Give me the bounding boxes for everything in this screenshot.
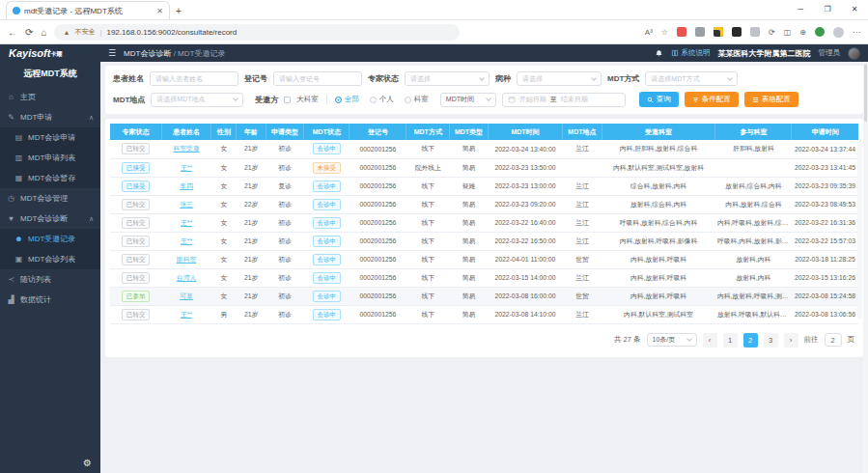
time-field-select[interactable]: MDT时间 (440, 93, 496, 107)
table-row[interactable]: 已转交 王** 女 21岁 初诊 会诊中 0002001256 线下 简易 20… (110, 232, 858, 250)
back-icon[interactable]: ← (8, 27, 17, 38)
patient-name-link[interactable]: 李四 (180, 182, 193, 189)
window-maximize-button[interactable]: ❐ (814, 0, 841, 19)
table-row[interactable]: 已转交 台湾人 女 21岁 初诊 会诊中 0002001256 线下 简易 20… (110, 268, 858, 287)
radio-all[interactable]: 全部 (335, 95, 359, 104)
radio-icon (335, 97, 342, 103)
mdt-mode-select[interactable]: 请选择MDT方式 (645, 71, 738, 86)
table-config-button[interactable]: 表格配置 (744, 92, 798, 107)
patient-name-link[interactable]: 可基 (180, 292, 193, 299)
window-close-button[interactable]: ✕ (841, 0, 868, 19)
profile-avatar-icon[interactable] (833, 27, 844, 38)
patient-name-link[interactable]: 张三 (180, 201, 193, 208)
table-row[interactable]: 已接受 李四 女 21岁 复诊 会诊中 0002001256 线下 疑难 202… (110, 177, 858, 195)
radio-icon (405, 97, 411, 103)
system-note-link[interactable]: 系统说明 (671, 48, 711, 58)
sidebar-item-statistics[interactable]: ▟ 数据统计 (0, 290, 100, 310)
bell-icon[interactable] (655, 49, 663, 58)
extension-icon[interactable] (732, 27, 742, 37)
split-screen-icon[interactable]: ◫ (784, 28, 792, 37)
patient-name-input[interactable] (155, 75, 233, 82)
table-row[interactable]: 已参加 可基 女 21岁 初诊 会诊中 0002001256 线下 简易 202… (110, 287, 858, 305)
sidebar-item-mdt-consult-list[interactable]: ▣ MDT会诊列表 (0, 249, 100, 269)
gear-icon[interactable]: ⚙ (83, 458, 92, 468)
read-aloud-icon[interactable]: A³ (645, 28, 653, 37)
favorite-star-icon[interactable]: ☆ (661, 28, 668, 37)
page-button-1[interactable]: 1 (723, 333, 738, 348)
patient-name-link[interactable]: 台湾人 (177, 274, 196, 281)
table-scrollbar[interactable] (857, 140, 862, 319)
expert-status-select[interactable]: 请选择 (405, 71, 490, 86)
patient-name-link[interactable]: 王** (181, 164, 192, 171)
page-button-2[interactable]: 2 (743, 333, 758, 348)
table-row[interactable]: 已转交 张三 女 22岁 初诊 会诊中 0002001256 线下 简易 202… (110, 195, 858, 213)
sidebar-item-followup-list[interactable]: ≺ 随访列表 (0, 269, 100, 290)
breadcrumb-separator: / (174, 49, 176, 58)
sidebar-item-mdt-diagnose[interactable]: ♥ MDT会诊诊断 ∧ (0, 209, 100, 229)
disease-select[interactable]: 请选择 (517, 71, 602, 86)
mdt-type-cell: 简易 (450, 195, 489, 213)
page-scrollbar[interactable] (863, 62, 868, 473)
refresh-icon[interactable]: ⟳ (25, 27, 33, 38)
sidebar-item-mdt-manage[interactable]: ◷ MDT会诊管理 (0, 188, 100, 209)
radio-dept[interactable]: 科室 (405, 95, 429, 104)
search-button[interactable]: 查询 (639, 92, 679, 107)
patient-name-link[interactable]: 眼科室 (177, 256, 196, 263)
table-row[interactable]: 已转交 王** 女 21岁 初诊 会诊中 0002001256 线下 简易 20… (110, 213, 858, 232)
sidebar-item-mdt-invited-records[interactable]: ☻ MDT受邀记录 (0, 229, 100, 249)
joined-depts-cell: 肝胆科,放射科 (715, 140, 792, 158)
browser-refresh-icon[interactable]: ⟳ (769, 28, 775, 37)
apply-time-cell: 2022-03-18 11:28:25 (792, 250, 858, 268)
mdt-location-select[interactable]: 请选择MDT地点 (151, 93, 243, 107)
big-dept-checkbox[interactable] (284, 97, 291, 103)
table-row[interactable]: 已转交 眼科室 女 21岁 初诊 会诊中 0002001256 线下 简易 20… (110, 250, 858, 268)
window-minimize-button[interactable]: ─ (787, 0, 814, 19)
mdt-status-badge: 会诊中 (313, 291, 342, 302)
patient-name-link[interactable]: 王** (181, 237, 192, 244)
condition-config-button[interactable]: 条件配置 (685, 92, 739, 107)
age-cell: 21岁 (237, 158, 266, 177)
sidebar-item-home[interactable]: ⌂ 主页 (0, 87, 100, 107)
patient-name-link[interactable]: 王** (181, 219, 192, 226)
sidebar-item-mdt-draft[interactable]: ▦ MDT会诊暂存 (0, 168, 100, 188)
sidebar-collapse-icon[interactable]: ☰ (108, 48, 116, 58)
sidebar-item-mdt-apply-list[interactable]: ▥ MDT申请列表 (0, 148, 100, 168)
user-avatar[interactable] (848, 47, 860, 60)
table-row[interactable]: 已转交 科室受邀 女 21岁 初诊 会诊中 0002001256 线下 简易 2… (110, 140, 858, 158)
next-page-button[interactable]: › (784, 333, 798, 348)
url-field[interactable]: ▲ 不安全 | 192.168.0.156:9002/consultate/re… (54, 24, 460, 41)
register-no-input[interactable] (279, 75, 356, 82)
col-header: 参与科室 (715, 124, 792, 140)
extension-icon[interactable] (815, 27, 825, 37)
sidebar-item-mdt-apply[interactable]: ✎ MDT申请 ∧ (0, 107, 100, 127)
mdt-location-cell: 世贸 (563, 287, 602, 305)
extension-icon[interactable] (695, 27, 705, 37)
more-menu-icon[interactable]: ⋯ (853, 28, 860, 37)
page-size-select[interactable]: 10条/页 (647, 333, 697, 347)
records-table-card: 专家状态 患者姓名 性别 年龄 申请类型 MDT状态 登记号 MDT方式 MDT… (105, 119, 863, 357)
extension-icon[interactable] (677, 27, 686, 37)
new-tab-button[interactable]: + (176, 6, 182, 16)
patient-name-link[interactable]: 科室受邀 (173, 145, 199, 152)
chevron-down-icon (479, 75, 485, 81)
collections-icon[interactable]: ⊕ (799, 28, 806, 37)
browser-tab[interactable]: mdt受邀记录 - 远程MDT系统 ✕ (6, 1, 170, 19)
prev-page-button[interactable]: ‹ (703, 333, 717, 348)
chevron-down-icon (233, 96, 238, 101)
radio-personal[interactable]: 个人 (370, 95, 394, 104)
sidebar-item-mdt-consult-apply[interactable]: ▤ MDT会诊申请 (0, 127, 100, 148)
calendar-icon (508, 96, 516, 103)
home-icon[interactable]: ⌂ (41, 27, 46, 38)
browser-window: mdt受邀记录 - 远程MDT系统 ✕ + ─ ❐ ✕ ← ⟳ ⌂ ▲ 不安全 … (0, 0, 868, 473)
table-row[interactable]: 已转交 王** 男 21岁 初诊 会诊中 0002001256 线下 简易 20… (110, 305, 858, 323)
extension-icon[interactable] (750, 27, 760, 37)
table-row[interactable]: 已接受 王** 女 21岁 初诊 未接受 0002001256 院外线上 简易 … (110, 158, 858, 177)
patient-name-link[interactable]: 王** (181, 311, 192, 318)
goto-page-input[interactable] (825, 333, 842, 347)
page-button-3[interactable]: 3 (764, 333, 778, 348)
date-range-picker[interactable]: 开始日期 至 结束日期 (502, 93, 626, 107)
gender-cell: 女 (211, 287, 237, 305)
tab-close-icon[interactable]: ✕ (156, 7, 163, 15)
extension-icon[interactable] (714, 27, 723, 37)
mdt-mode-cell: 线下 (406, 213, 450, 232)
